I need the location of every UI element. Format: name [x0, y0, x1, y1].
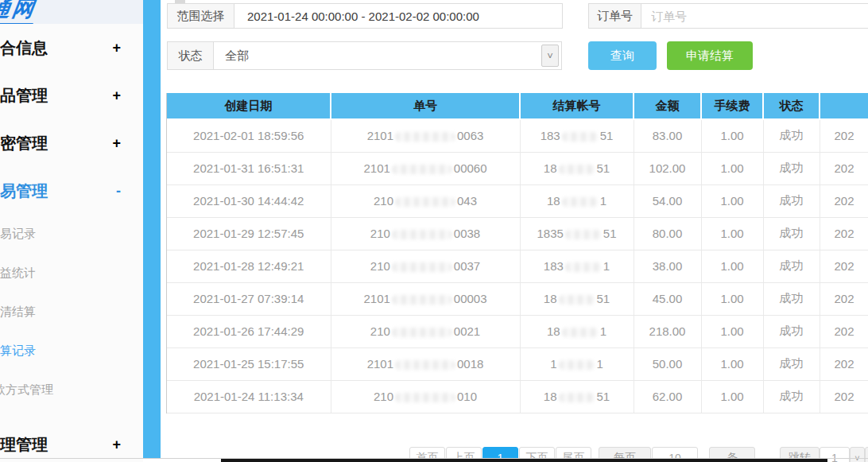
apply-settlement-button[interactable]: 申请结算: [667, 41, 753, 70]
order-no-group: 订单号: [588, 3, 868, 29]
cell-settle-date-clipped: 202: [820, 347, 868, 380]
cell-settle-account: 1851: [520, 282, 634, 315]
cell-amount: 50.00: [634, 347, 701, 380]
sidebar-item-0[interactable]: 合信息+: [0, 24, 143, 72]
jump-chevron-down-icon[interactable]: ˅: [850, 447, 865, 462]
sidebar-item-3[interactable]: 易管理-: [0, 167, 143, 215]
visible-suffix: 51: [597, 390, 610, 403]
query-button[interactable]: 查询: [588, 41, 657, 70]
visible-prefix: 210: [374, 390, 393, 403]
col-header-6: [820, 93, 868, 119]
expand-plus-icon[interactable]: +: [112, 135, 121, 152]
sidebar-item-5[interactable]: 益统计: [0, 254, 143, 293]
visible-suffix: 51: [600, 129, 614, 142]
sidebar-item-1[interactable]: 品管理+: [0, 72, 143, 119]
cell-status: 成功: [763, 250, 820, 282]
cell-order-no: 210010: [331, 380, 520, 413]
cell-amount: 62.00: [634, 380, 701, 413]
table-row: 2021-01-26 17:44:292100021181218.001.00成…: [167, 315, 868, 347]
col-header-1: 单号: [331, 93, 520, 119]
expand-plus-icon[interactable]: +: [112, 87, 121, 104]
cell-create-date: 2021-01-27 07:39:14: [167, 282, 331, 315]
cell-amount: 45.00: [634, 282, 701, 315]
cell-order-no: 21010063: [331, 119, 520, 152]
collapse-minus-icon[interactable]: -: [116, 183, 121, 200]
blurred-digits: [562, 132, 599, 142]
blurred-digits: [395, 197, 455, 207]
cell-settle-date-clipped: 202: [820, 217, 868, 250]
cell-fee: 1.00: [701, 347, 763, 380]
app-logo: 通网: [0, 0, 37, 24]
table-row: 2021-01-29 12:57:45210003818355180.001.0…: [167, 217, 868, 250]
visible-prefix: 210: [374, 194, 393, 208]
visible-prefix: 2101: [363, 161, 389, 175]
order-no-input[interactable]: [641, 4, 868, 28]
cell-order-no: 210043: [331, 184, 520, 217]
blurred-digits: [395, 132, 455, 142]
sidebar-item-label: 合信息: [0, 37, 48, 59]
visible-prefix: 1835: [537, 227, 563, 240]
visible-suffix: 0037: [454, 259, 480, 273]
blurred-digits: [565, 230, 602, 239]
sidebar-item-label: 算记录: [0, 344, 36, 359]
cell-fee: 1.00: [701, 380, 763, 413]
cell-status: 成功: [763, 152, 820, 184]
date-range-input[interactable]: [234, 4, 562, 28]
status-select[interactable]: 全部 ˅: [214, 42, 561, 69]
visible-prefix: 18: [544, 390, 557, 403]
blurred-digits: [559, 360, 595, 370]
col-header-3: 金额: [634, 93, 701, 119]
cell-order-no: 2100037: [331, 250, 520, 282]
cell-create-date: 2021-01-25 15:17:55: [167, 347, 331, 380]
cell-amount: 54.00: [634, 184, 701, 217]
cell-order-no: 21010018: [331, 347, 520, 380]
table-row: 2021-01-28 12:49:212100037183138.001.00成…: [167, 250, 868, 282]
cell-settle-date-clipped: 202: [820, 184, 868, 217]
visible-suffix: 51: [603, 227, 617, 240]
visible-prefix: 2101: [367, 129, 393, 142]
sidebar-item-6[interactable]: 清结算: [0, 293, 143, 332]
expand-plus-icon[interactable]: +: [112, 40, 121, 56]
chevron-down-icon[interactable]: ˅: [541, 45, 559, 67]
table-row: 2021-01-27 07:39:14210100003185145.001.0…: [167, 282, 868, 315]
cell-amount: 38.00: [634, 250, 701, 282]
sidebar-scrollbar[interactable]: [143, 0, 161, 459]
cell-settle-date-clipped: 202: [820, 250, 868, 282]
cell-settle-date-clipped: 202: [820, 380, 868, 413]
visible-suffix: 0021: [454, 324, 480, 338]
visible-suffix: 0018: [457, 357, 483, 371]
cell-settle-account: 181: [520, 315, 634, 347]
sidebar-item-label: 易记录: [0, 227, 36, 242]
table-row: 2021-01-31 16:51:312101000601851102.001.…: [167, 152, 868, 184]
date-range-group: 范围选择: [167, 3, 563, 29]
cell-amount: 83.00: [634, 119, 701, 152]
cell-settle-account: 1831: [520, 250, 634, 282]
cell-settle-date-clipped: 202: [820, 152, 868, 184]
bottom-window-edge: [221, 459, 827, 462]
cell-status: 成功: [763, 282, 820, 315]
cell-order-no: 2100038: [331, 217, 520, 250]
sidebar-item-2[interactable]: 密管理+: [0, 119, 143, 167]
sidebar-item-8[interactable]: 款方式管理: [0, 371, 143, 410]
sidebar-menu: 合信息+品管理+密管理+易管理-易记录益统计清结算算记录款方式管理理管理+: [0, 24, 143, 462]
table-row: 2021-01-24 11:13:34210010185162.001.00成功…: [167, 380, 868, 413]
cell-settle-date-clipped: 202: [820, 119, 868, 152]
blurred-digits: [392, 230, 452, 239]
sidebar-item-4[interactable]: 易记录: [0, 215, 143, 254]
cell-settle-account: 1851: [520, 380, 634, 413]
cell-settle-account: 183551: [520, 217, 634, 250]
table-row: 2021-02-01 18:59:56210100631835183.001.0…: [167, 119, 868, 152]
settlement-records-page: 通网 合信息+品管理+密管理+易管理-易记录益统计清结算算记录款方式管理理管理+…: [0, 0, 868, 462]
col-header-2: 结算帐号: [520, 93, 634, 119]
sidebar-item-label: 易管理: [0, 181, 48, 202]
sidebar-item-label: 清结算: [0, 305, 36, 320]
cell-fee: 1.00: [701, 119, 763, 152]
cell-order-no: 2100021: [331, 315, 520, 347]
cell-settle-date-clipped: 202: [820, 315, 868, 347]
cell-status: 成功: [763, 119, 820, 152]
cell-fee: 1.00: [701, 152, 763, 184]
blurred-digits: [392, 295, 452, 305]
cell-create-date: 2021-01-28 12:49:21: [167, 250, 331, 282]
blurred-digits: [559, 295, 595, 305]
sidebar-item-7[interactable]: 算记录: [0, 332, 143, 371]
